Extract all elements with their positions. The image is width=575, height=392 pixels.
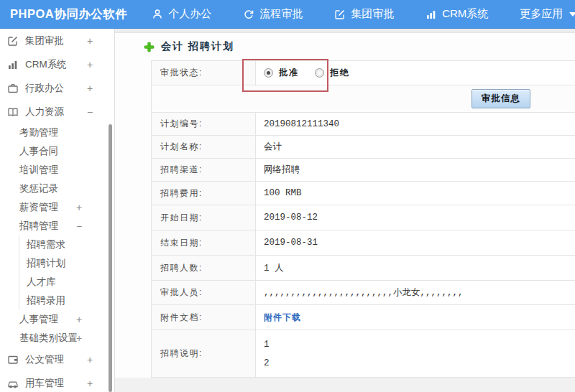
nav-personal-office[interactable]: 个人办公 xyxy=(152,7,211,21)
sidebar-item-recruitment-demand[interactable]: 招聘需求 xyxy=(0,235,114,254)
attachment-download-link[interactable]: 附件下载 xyxy=(264,312,301,322)
bar-chart-icon xyxy=(7,59,19,70)
field-value: 2019-08-12 xyxy=(256,205,575,230)
nav-more-apps[interactable]: 更多应用 xyxy=(520,7,575,21)
sidebar-item-base-category-settings[interactable]: 基础类别设置 + xyxy=(0,329,114,347)
process-icon xyxy=(243,9,254,20)
approval-status-radio-group: 批准 拒绝 xyxy=(264,67,575,79)
sidebar-item-reward-punishment[interactable]: 奖惩记录 xyxy=(0,179,114,198)
row-plan-name: 计划名称: 会计 xyxy=(152,136,575,159)
field-label: 招聘费用: xyxy=(152,182,256,205)
sidebar: 集团审批 + CRM系统 + 行政办公 + 人力资源 − 考勤管理 人事合同 培… xyxy=(0,29,115,392)
book-icon xyxy=(7,106,19,118)
field-label: 结束日期: xyxy=(152,230,256,256)
app-header: PHPOA协同办公软件 个人办公 流程审批 集团审批 CRM系统 更多应用 xyxy=(0,0,575,29)
expand-toggle[interactable]: + xyxy=(87,354,93,365)
expand-toggle[interactable]: + xyxy=(76,202,82,213)
radio-reject[interactable]: 拒绝 xyxy=(315,67,350,79)
field-label: 计划编号: xyxy=(152,113,256,136)
expand-toggle[interactable]: + xyxy=(87,35,93,47)
edit-icon xyxy=(7,35,19,47)
sidebar-item-label: 行政办公 xyxy=(25,82,64,95)
row-recruitment-cost: 招聘费用: 100 RMB xyxy=(152,182,575,205)
sidebar-item-label: 奖惩记录 xyxy=(19,182,58,195)
plus-icon[interactable] xyxy=(144,42,155,52)
approval-info-button[interactable]: 审批信息 xyxy=(472,89,530,108)
sidebar-item-label: 公文管理 xyxy=(25,353,64,366)
collapse-toggle[interactable]: − xyxy=(87,106,93,118)
sidebar-item-label: 人事合同 xyxy=(19,145,58,158)
field-value: 100 RMB xyxy=(256,182,575,205)
sidebar-item-human-resources[interactable]: 人力资源 − xyxy=(0,100,114,123)
sidebar-item-salary-mgmt[interactable]: 薪资管理 + xyxy=(0,198,114,217)
sidebar-item-talent-pool[interactable]: 人才库 xyxy=(0,273,114,291)
expand-toggle[interactable]: + xyxy=(87,59,93,70)
row-approval-status: 审批状态: 批准 拒绝 xyxy=(152,61,575,85)
field-value: ,,,,,,,,,,,,,,,,,,,,,,,,小龙女,,,,,,,, xyxy=(256,281,575,305)
field-label: 计划名称: xyxy=(152,136,256,159)
recruitment-plan-detail-table: 审批状态: 批准 拒绝 xyxy=(151,60,575,378)
nav-label: 更多应用 xyxy=(520,7,563,21)
sidebar-item-label: 基础类别设置 xyxy=(19,332,78,345)
sidebar-item-recruitment-mgmt[interactable]: 招聘管理 − xyxy=(0,217,114,235)
expand-toggle[interactable]: + xyxy=(76,332,82,344)
content-footer-strip xyxy=(115,378,575,392)
field-label: 开始日期: xyxy=(152,205,256,230)
sidebar-item-recruitment-hiring[interactable]: 招聘录用 xyxy=(0,291,114,310)
bar-chart-icon xyxy=(426,9,437,20)
field-label: 招聘说明: xyxy=(152,330,256,378)
sidebar-item-recruitment-plan[interactable]: 招聘计划 xyxy=(0,254,114,273)
sidebar-item-attendance-mgmt[interactable]: 考勤管理 xyxy=(0,123,114,142)
sidebar-item-group-approval[interactable]: 集团审批 + xyxy=(0,29,114,52)
expand-toggle[interactable]: + xyxy=(87,83,93,94)
sidebar-item-admin-office[interactable]: 行政办公 + xyxy=(0,76,114,100)
field-label: 招聘渠道: xyxy=(152,159,256,182)
sidebar-item-label: CRM系统 xyxy=(25,58,67,71)
radio-button-selected-icon[interactable] xyxy=(264,68,273,78)
row-attachment: 附件文档: 附件下载 xyxy=(152,305,575,330)
description-line: 2 xyxy=(264,354,575,373)
radio-button-icon[interactable] xyxy=(315,68,324,78)
field-label: 招聘人数: xyxy=(152,256,256,281)
sidebar-item-document-mgmt[interactable]: 公文管理 + xyxy=(0,347,114,371)
row-start-date: 开始日期: 2019-08-12 xyxy=(152,205,575,230)
description-line: 1 xyxy=(264,335,575,354)
sidebar-item-label: 人才库 xyxy=(27,276,56,289)
sidebar-scrollbar-thumb[interactable] xyxy=(109,124,112,392)
row-recruitment-channel: 招聘渠道: 网络招聘 xyxy=(152,159,575,182)
sidebar-item-label: 人力资源 xyxy=(25,106,64,118)
field-value-multiline: 1 2 xyxy=(264,335,575,373)
row-headcount: 招聘人数: 1 人 xyxy=(152,256,575,281)
app-logo: PHPOA协同办公软件 xyxy=(0,6,127,22)
field-value: 1 人 xyxy=(256,256,575,281)
expand-toggle[interactable]: + xyxy=(87,378,93,389)
sidebar-item-training-mgmt[interactable]: 培训管理 xyxy=(0,161,114,179)
sidebar-item-hr-contract[interactable]: 人事合同 xyxy=(0,142,114,161)
nav-label: 集团审批 xyxy=(351,7,394,21)
nav-label: 个人办公 xyxy=(168,7,211,21)
sidebar-item-label: 考勤管理 xyxy=(19,126,58,139)
collapse-toggle[interactable]: − xyxy=(76,220,82,232)
row-approvers: 审批人员: ,,,,,,,,,,,,,,,,,,,,,,,,小龙女,,,,,,,… xyxy=(152,281,575,305)
expand-toggle[interactable]: + xyxy=(76,314,82,325)
field-label: 附件文档: xyxy=(152,305,256,330)
sidebar-item-label: 招聘计划 xyxy=(27,257,65,270)
car-icon xyxy=(7,378,19,389)
sidebar-item-label: 招聘需求 xyxy=(27,238,65,251)
radio-approve[interactable]: 批准 xyxy=(264,67,299,79)
sidebar-item-label: 招聘管理 xyxy=(19,220,58,233)
sidebar-item-label: 招聘录用 xyxy=(27,294,65,307)
app-window: PHPOA协同办公软件 个人办公 流程审批 集团审批 CRM系统 更多应用 xyxy=(0,0,575,392)
sidebar-item-personnel-mgmt[interactable]: 人事管理 + xyxy=(0,310,114,329)
caret-down-icon xyxy=(569,12,575,17)
sidebar-item-vehicle-mgmt[interactable]: 用车管理 + xyxy=(0,371,114,392)
nav-group-approval[interactable]: 集团审批 xyxy=(334,7,394,21)
nav-crm-system[interactable]: CRM系统 xyxy=(426,7,488,21)
field-value: 20190812111340 xyxy=(256,113,575,136)
nav-process-approval[interactable]: 流程审批 xyxy=(243,7,303,21)
sidebar-item-crm-system[interactable]: CRM系统 + xyxy=(0,52,114,76)
main-content: 会计 招聘计划 审批状态: 批准 拒绝 xyxy=(115,29,575,392)
sidebar-item-label: 薪资管理 xyxy=(19,201,58,214)
row-plan-number: 计划编号: 20190812111340 xyxy=(152,113,575,136)
row-recruitment-description: 招聘说明: 1 2 xyxy=(152,330,575,378)
